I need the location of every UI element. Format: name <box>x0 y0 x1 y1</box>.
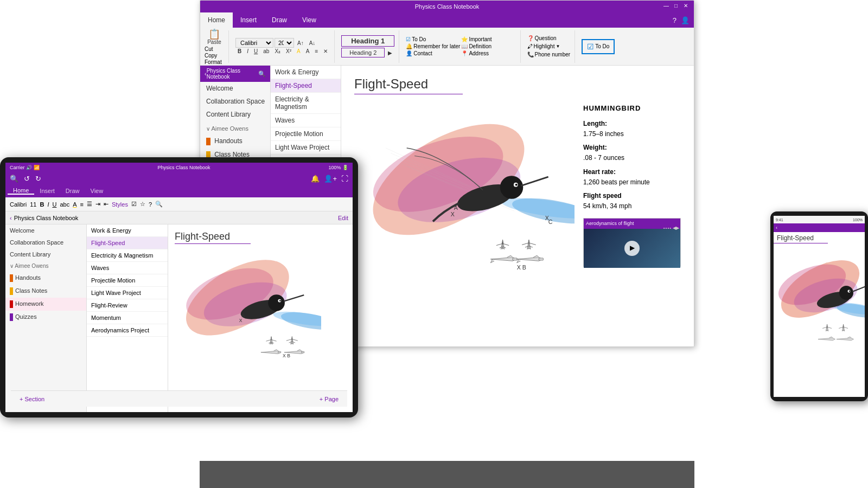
section-electricity[interactable]: Electricity & Magnetism <box>271 93 341 114</box>
subscript-button[interactable]: X₂ <box>272 48 283 55</box>
tablet-nav-classnotes[interactable]: Class Notes <box>5 285 86 298</box>
font-color-button[interactable]: A <box>304 48 312 55</box>
tablet-indent-icon[interactable]: ⇥ <box>95 201 100 208</box>
tablet-section-lightwave[interactable]: Light Wave Project <box>87 287 168 299</box>
tab-view[interactable]: View <box>295 12 324 28</box>
tablet-tab-view[interactable]: View <box>85 188 109 194</box>
video-thumbnail[interactable]: Aerodynamics of flight ▶ •••• ◀▶ <box>583 218 681 267</box>
font-size-select[interactable]: 20 <box>275 38 294 48</box>
font-grow-button[interactable]: A↑ <box>295 40 306 47</box>
font-family-select[interactable]: Calibri <box>235 38 273 48</box>
contact-tag[interactable]: 👤Contact <box>406 50 460 56</box>
tablet-section-momentum[interactable]: Momentum <box>87 312 168 324</box>
italic-button[interactable]: I <box>245 48 251 55</box>
tablet-star-icon[interactable]: ☆ <box>140 201 145 208</box>
close-button[interactable]: ✕ <box>682 2 690 9</box>
copy-button[interactable]: Copy <box>205 53 224 59</box>
highlight-color-button[interactable]: A <box>295 48 303 55</box>
tablet-add-page[interactable]: + Page <box>320 396 339 402</box>
font-shrink-button[interactable]: A↓ <box>307 40 318 47</box>
tablet-section-projectile[interactable]: Projectile Motion <box>87 274 168 287</box>
question-tag[interactable]: ❓Question <box>527 35 571 41</box>
heading1-style[interactable]: Heading 1 <box>341 35 394 47</box>
tablet-section-electricity[interactable]: Electricity & Magnetism <box>87 249 168 262</box>
tab-insert[interactable]: Insert <box>233 12 264 28</box>
heading2-style[interactable]: Heading 2 <box>341 48 385 57</box>
tablet-outdent-icon[interactable]: ⇤ <box>104 201 108 208</box>
strikethrough-button[interactable]: ab <box>261 48 271 55</box>
tablet-tab-draw[interactable]: Draw <box>60 188 85 194</box>
tablet-italic[interactable]: I <box>47 201 49 208</box>
tablet-underline[interactable]: U <box>52 201 56 208</box>
tablet-strikethrough[interactable]: abc <box>60 201 69 208</box>
tablet-font-size[interactable]: 11 <box>30 201 36 208</box>
tab-draw[interactable]: Draw <box>264 12 295 28</box>
tablet-nav-handouts[interactable]: Handouts <box>5 272 86 285</box>
account-icon[interactable]: 👤 <box>681 16 690 24</box>
more-styles-button[interactable]: ▶ <box>386 49 394 56</box>
format-button[interactable]: Format <box>205 59 224 65</box>
help-icon[interactable]: ? <box>673 16 676 24</box>
tablet-highlight[interactable]: A <box>73 201 76 208</box>
tablet-undo-icon[interactable]: ↺ <box>24 175 30 183</box>
tablet-nav-content[interactable]: Content Library <box>5 248 86 260</box>
tablet-bold[interactable]: B <box>40 201 44 208</box>
tablet-search-text-icon[interactable]: 🔍 <box>155 201 163 208</box>
nav-content[interactable]: Content Library <box>200 108 270 121</box>
tablet-section-aero[interactable]: Aerodynamics Project <box>87 324 168 337</box>
tab-home[interactable]: Home <box>200 12 233 28</box>
paste-button[interactable]: 📋 Paste <box>205 28 224 46</box>
tablet-tab-insert[interactable]: Insert <box>34 188 60 194</box>
tablet-section-work[interactable]: Work & Energy <box>87 224 168 237</box>
tablet-edit-button[interactable]: Edit <box>338 215 348 221</box>
tablet-checkbox-icon[interactable]: ☑ <box>131 201 137 208</box>
tablet-section-review[interactable]: Flight-Review <box>87 299 168 312</box>
tablet-expand-icon[interactable]: ⛶ <box>341 175 348 183</box>
section-projectile[interactable]: Projectile Motion <box>271 127 341 141</box>
nav-welcome[interactable]: Welcome <box>200 82 270 95</box>
tablet-nav-homework[interactable]: Homework <box>5 298 86 311</box>
underline-button[interactable]: U <box>252 48 260 55</box>
cut-button[interactable]: Cut <box>205 46 224 52</box>
section-waves[interactable]: Waves <box>271 114 341 127</box>
tablet-redo-icon[interactable]: ↻ <box>35 175 41 183</box>
minimize-button[interactable]: — <box>662 2 670 9</box>
tablet-align[interactable]: ≡ <box>80 201 84 208</box>
section-work-energy[interactable]: Work & Energy <box>271 66 341 79</box>
video-play-button[interactable]: ▶ <box>624 241 640 256</box>
remember-tag[interactable]: 🔔Remember for later <box>406 43 460 49</box>
important-tag[interactable]: ⭐Important <box>461 36 515 42</box>
nav-collab[interactable]: Collaboration Space <box>200 95 270 108</box>
superscript-button[interactable]: X² <box>284 48 293 55</box>
todo-badge-button[interactable]: ☑ To Do <box>582 39 615 54</box>
tablet-tab-home[interactable]: Home <box>8 187 34 195</box>
tablet-font-family[interactable]: Calibri <box>10 201 27 208</box>
tablet-help-icon[interactable]: ? <box>149 201 152 208</box>
tablet-section-waves[interactable]: Waves <box>87 262 168 274</box>
todo-tag[interactable]: ☑To Do <box>406 36 460 42</box>
maximize-button[interactable]: □ <box>672 2 680 9</box>
bold-button[interactable]: B <box>235 48 244 55</box>
tablet-nav-welcome[interactable]: Welcome <box>5 224 86 236</box>
section-flight-speed[interactable]: Flight-Speed <box>271 79 341 93</box>
phonenumber-tag[interactable]: 📞Phone number <box>527 52 571 57</box>
tablet-person-icon[interactable]: 👤+ <box>324 175 337 183</box>
tablet-list-icon[interactable]: ☰ <box>87 201 92 208</box>
highlight-tag[interactable]: 🖍Highlight ▼ <box>527 43 571 49</box>
tablet-add-section[interactable]: + Section <box>20 396 44 402</box>
tablet-section-flight[interactable]: Flight-Speed <box>87 237 168 249</box>
nav-handouts[interactable]: Handouts <box>200 134 270 148</box>
tablet-bell-icon[interactable]: 🔔 <box>311 175 320 183</box>
section-lightwave[interactable]: Light Wave Project <box>271 141 341 155</box>
tablet-nav-collab[interactable]: Collaboration Space <box>5 236 86 248</box>
tablet-nav-quizzes[interactable]: Quizzes <box>5 311 86 324</box>
clear-format-button[interactable]: ✕ <box>321 48 330 55</box>
tablet-search-icon[interactable]: 🔍 <box>10 175 18 183</box>
tablet-back-icon[interactable]: ‹ <box>10 215 12 221</box>
align-left-button[interactable]: ≡ <box>312 48 320 55</box>
definition-tag[interactable]: 📖Definition <box>461 43 515 49</box>
search-icon[interactable]: 🔍 <box>258 70 266 78</box>
address-tag[interactable]: 📍Address <box>461 50 515 56</box>
tablet-styles-label[interactable]: Styles <box>112 201 128 208</box>
phone-back-icon[interactable]: ‹ <box>776 225 777 230</box>
